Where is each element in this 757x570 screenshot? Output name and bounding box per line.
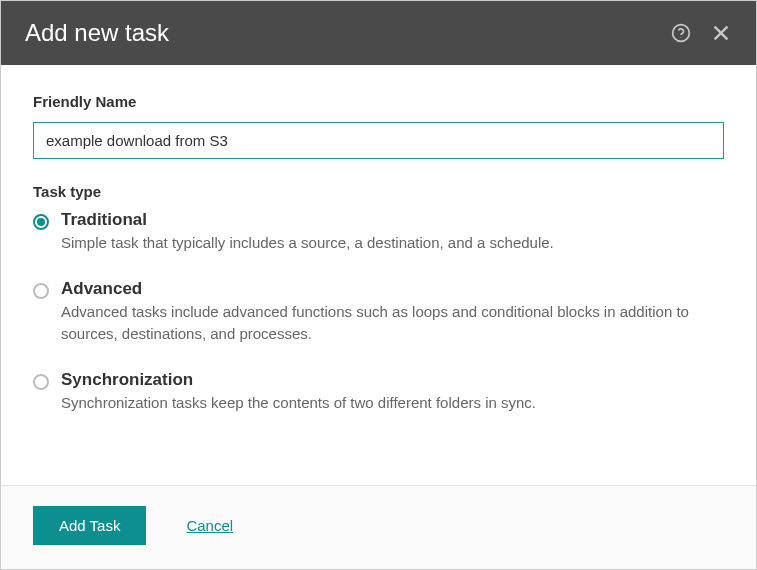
option-title: Advanced	[61, 279, 724, 299]
task-type-option-traditional[interactable]: Traditional Simple task that typically i…	[33, 210, 724, 255]
header-actions	[670, 22, 732, 44]
option-desc: Synchronization tasks keep the contents …	[61, 392, 724, 415]
svg-point-0	[673, 25, 690, 42]
task-type-option-advanced[interactable]: Advanced Advanced tasks include advanced…	[33, 279, 724, 346]
add-task-button[interactable]: Add Task	[33, 506, 146, 545]
radio-icon	[33, 283, 49, 299]
cancel-button[interactable]: Cancel	[186, 517, 233, 534]
radio-content: Advanced Advanced tasks include advanced…	[61, 279, 724, 346]
option-title: Synchronization	[61, 370, 724, 390]
help-icon[interactable]	[670, 22, 692, 44]
dialog-body: Friendly Name Task type Traditional Simp…	[1, 65, 756, 485]
option-desc: Advanced tasks include advanced function…	[61, 301, 724, 346]
friendly-name-label: Friendly Name	[33, 93, 724, 110]
svg-point-1	[681, 37, 682, 38]
dialog-header: Add new task	[1, 1, 756, 65]
task-type-option-synchronization[interactable]: Synchronization Synchronization tasks ke…	[33, 370, 724, 415]
dialog-title: Add new task	[25, 19, 169, 47]
radio-icon	[33, 374, 49, 390]
radio-content: Traditional Simple task that typically i…	[61, 210, 724, 255]
option-desc: Simple task that typically includes a so…	[61, 232, 724, 255]
radio-icon	[33, 214, 49, 230]
dialog-footer: Add Task Cancel	[1, 485, 756, 569]
radio-content: Synchronization Synchronization tasks ke…	[61, 370, 724, 415]
friendly-name-input[interactable]	[33, 122, 724, 159]
option-title: Traditional	[61, 210, 724, 230]
add-task-dialog: Add new task Friendly Name Task type	[0, 0, 757, 570]
task-type-label: Task type	[33, 183, 724, 200]
close-icon[interactable]	[710, 22, 732, 44]
